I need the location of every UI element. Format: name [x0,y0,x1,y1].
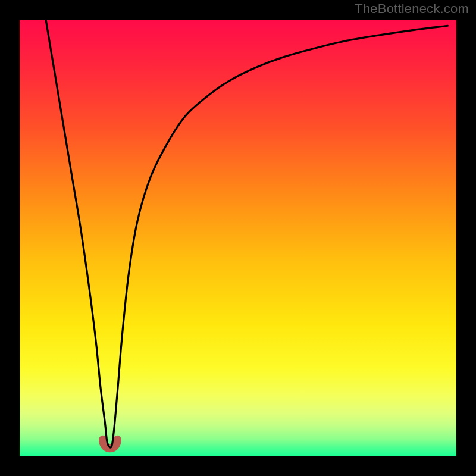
chart-frame: TheBottleneck.com [0,0,476,476]
plot-area [20,20,456,456]
watermark-text: TheBottleneck.com [355,1,469,17]
bottleneck-curve [20,20,456,456]
curve-line [46,20,447,447]
